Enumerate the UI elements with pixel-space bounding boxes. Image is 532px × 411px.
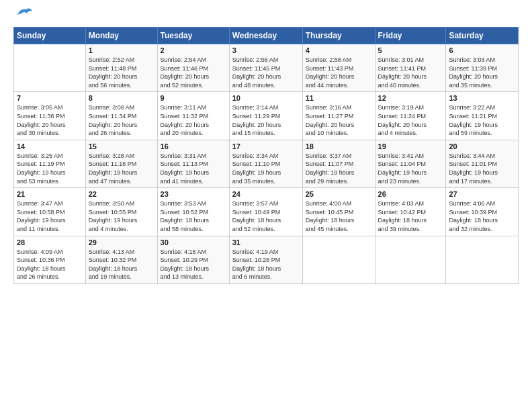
day-number: 12 bbox=[378, 94, 443, 102]
calendar-cell: 8Sunrise: 3:08 AMSunset: 11:34 PMDayligh… bbox=[85, 92, 157, 140]
calendar-cell: 22Sunrise: 3:50 AMSunset: 10:55 PMDaylig… bbox=[85, 188, 157, 236]
day-info: Sunrise: 3:57 AMSunset: 10:49 PMDaylight… bbox=[232, 199, 300, 233]
day-number: 20 bbox=[449, 142, 515, 150]
calendar-cell: 28Sunrise: 4:09 AMSunset: 10:36 PMDaylig… bbox=[14, 236, 86, 283]
day-number: 10 bbox=[232, 94, 300, 102]
day-number: 26 bbox=[378, 190, 443, 198]
calendar-cell: 11Sunrise: 3:16 AMSunset: 11:27 PMDaylig… bbox=[302, 92, 375, 140]
col-tuesday: Tuesday bbox=[157, 28, 229, 44]
day-number: 19 bbox=[378, 142, 443, 150]
day-info: Sunrise: 3:03 AMSunset: 11:39 PMDaylight… bbox=[449, 56, 515, 89]
day-number: 15 bbox=[89, 142, 154, 150]
day-info: Sunrise: 4:13 AMSunset: 10:32 PMDaylight… bbox=[89, 248, 154, 281]
day-number: 8 bbox=[89, 94, 154, 102]
calendar-cell: 5Sunrise: 3:01 AMSunset: 11:41 PMDayligh… bbox=[375, 44, 446, 92]
calendar-cell bbox=[446, 236, 519, 283]
day-number: 16 bbox=[161, 142, 226, 150]
day-info: Sunrise: 3:01 AMSunset: 11:41 PMDaylight… bbox=[378, 56, 443, 89]
day-info: Sunrise: 3:05 AMSunset: 11:36 PMDaylight… bbox=[17, 103, 83, 137]
day-number: 25 bbox=[306, 190, 372, 198]
day-number: 9 bbox=[161, 94, 226, 102]
day-number: 5 bbox=[378, 46, 443, 54]
page: Sunday Monday Tuesday Wednesday Thursday… bbox=[0, 0, 532, 291]
calendar-cell: 7Sunrise: 3:05 AMSunset: 11:36 PMDayligh… bbox=[14, 92, 86, 140]
calendar-cell: 29Sunrise: 4:13 AMSunset: 10:32 PMDaylig… bbox=[85, 236, 157, 283]
calendar-cell: 3Sunrise: 2:56 AMSunset: 11:45 PMDayligh… bbox=[229, 44, 302, 92]
day-number: 3 bbox=[232, 46, 300, 54]
day-number: 13 bbox=[449, 94, 515, 102]
calendar-cell: 4Sunrise: 2:58 AMSunset: 11:43 PMDayligh… bbox=[302, 44, 375, 92]
calendar-cell bbox=[375, 236, 446, 283]
calendar-cell: 18Sunrise: 3:37 AMSunset: 11:07 PMDaylig… bbox=[302, 140, 375, 187]
day-info: Sunrise: 2:58 AMSunset: 11:43 PMDaylight… bbox=[306, 56, 372, 89]
day-info: Sunrise: 3:19 AMSunset: 11:24 PMDaylight… bbox=[378, 103, 443, 137]
calendar-cell: 6Sunrise: 3:03 AMSunset: 11:39 PMDayligh… bbox=[446, 44, 519, 92]
calendar-cell: 25Sunrise: 4:00 AMSunset: 10:45 PMDaylig… bbox=[302, 188, 375, 236]
day-info: Sunrise: 3:31 AMSunset: 11:13 PMDaylight… bbox=[161, 152, 226, 185]
day-number: 1 bbox=[89, 46, 154, 54]
col-saturday: Saturday bbox=[446, 28, 519, 44]
calendar-cell: 9Sunrise: 3:11 AMSunset: 11:32 PMDayligh… bbox=[157, 92, 229, 140]
day-info: Sunrise: 3:53 AMSunset: 10:52 PMDaylight… bbox=[161, 199, 226, 233]
calendar-cell bbox=[302, 236, 375, 283]
calendar-cell: 27Sunrise: 4:06 AMSunset: 10:39 PMDaylig… bbox=[446, 188, 519, 236]
day-number: 21 bbox=[17, 190, 83, 198]
calendar-week-row: 7Sunrise: 3:05 AMSunset: 11:36 PMDayligh… bbox=[14, 92, 519, 140]
day-number: 18 bbox=[306, 142, 372, 150]
calendar-cell: 15Sunrise: 3:28 AMSunset: 11:16 PMDaylig… bbox=[85, 140, 157, 187]
calendar-cell: 2Sunrise: 2:54 AMSunset: 11:46 PMDayligh… bbox=[157, 44, 229, 92]
col-monday: Monday bbox=[85, 28, 157, 44]
day-number: 14 bbox=[17, 142, 83, 150]
col-thursday: Thursday bbox=[302, 28, 375, 44]
calendar-week-row: 1Sunrise: 2:52 AMSunset: 11:48 PMDayligh… bbox=[14, 44, 519, 92]
day-info: Sunrise: 4:06 AMSunset: 10:39 PMDaylight… bbox=[449, 199, 515, 233]
day-info: Sunrise: 4:03 AMSunset: 10:42 PMDaylight… bbox=[378, 199, 443, 233]
logo bbox=[13, 11, 34, 23]
calendar-cell: 19Sunrise: 3:41 AMSunset: 11:04 PMDaylig… bbox=[375, 140, 446, 187]
day-number: 23 bbox=[161, 190, 226, 198]
calendar-cell: 30Sunrise: 4:16 AMSunset: 10:29 PMDaylig… bbox=[157, 236, 229, 283]
day-number: 4 bbox=[306, 46, 372, 54]
day-info: Sunrise: 3:47 AMSunset: 10:58 PMDaylight… bbox=[17, 199, 83, 233]
header bbox=[13, 11, 519, 23]
day-info: Sunrise: 3:41 AMSunset: 11:04 PMDaylight… bbox=[378, 152, 443, 185]
calendar-cell: 17Sunrise: 3:34 AMSunset: 11:10 PMDaylig… bbox=[229, 140, 302, 187]
logo-bird-icon bbox=[15, 5, 34, 20]
calendar-cell: 1Sunrise: 2:52 AMSunset: 11:48 PMDayligh… bbox=[85, 44, 157, 92]
day-info: Sunrise: 4:00 AMSunset: 10:45 PMDaylight… bbox=[306, 199, 372, 233]
calendar-week-row: 21Sunrise: 3:47 AMSunset: 10:58 PMDaylig… bbox=[14, 188, 519, 236]
day-info: Sunrise: 4:19 AMSunset: 10:26 PMDaylight… bbox=[232, 248, 300, 281]
col-wednesday: Wednesday bbox=[229, 28, 302, 44]
day-info: Sunrise: 4:09 AMSunset: 10:36 PMDaylight… bbox=[17, 248, 83, 281]
day-info: Sunrise: 3:25 AMSunset: 11:19 PMDaylight… bbox=[17, 152, 83, 185]
day-info: Sunrise: 3:50 AMSunset: 10:55 PMDaylight… bbox=[89, 199, 154, 233]
calendar-table: Sunday Monday Tuesday Wednesday Thursday… bbox=[13, 27, 519, 284]
day-info: Sunrise: 3:22 AMSunset: 11:21 PMDaylight… bbox=[449, 103, 515, 137]
calendar-cell: 16Sunrise: 3:31 AMSunset: 11:13 PMDaylig… bbox=[157, 140, 229, 187]
day-info: Sunrise: 3:08 AMSunset: 11:34 PMDaylight… bbox=[89, 103, 154, 137]
day-number: 31 bbox=[232, 238, 300, 246]
day-info: Sunrise: 2:56 AMSunset: 11:45 PMDaylight… bbox=[232, 56, 300, 89]
day-info: Sunrise: 2:52 AMSunset: 11:48 PMDaylight… bbox=[89, 56, 154, 89]
day-info: Sunrise: 3:14 AMSunset: 11:29 PMDaylight… bbox=[232, 103, 300, 137]
calendar-cell: 26Sunrise: 4:03 AMSunset: 10:42 PMDaylig… bbox=[375, 188, 446, 236]
calendar-cell: 13Sunrise: 3:22 AMSunset: 11:21 PMDaylig… bbox=[446, 92, 519, 140]
day-number: 6 bbox=[449, 46, 515, 54]
calendar-cell: 23Sunrise: 3:53 AMSunset: 10:52 PMDaylig… bbox=[157, 188, 229, 236]
day-info: Sunrise: 3:37 AMSunset: 11:07 PMDaylight… bbox=[306, 152, 372, 185]
day-number: 27 bbox=[449, 190, 515, 198]
day-number: 11 bbox=[306, 94, 372, 102]
calendar-cell: 14Sunrise: 3:25 AMSunset: 11:19 PMDaylig… bbox=[14, 140, 86, 187]
day-info: Sunrise: 2:54 AMSunset: 11:46 PMDaylight… bbox=[161, 56, 226, 89]
calendar-cell: 10Sunrise: 3:14 AMSunset: 11:29 PMDaylig… bbox=[229, 92, 302, 140]
calendar-cell: 24Sunrise: 3:57 AMSunset: 10:49 PMDaylig… bbox=[229, 188, 302, 236]
day-number: 28 bbox=[17, 238, 83, 246]
day-number: 22 bbox=[89, 190, 154, 198]
day-info: Sunrise: 4:16 AMSunset: 10:29 PMDaylight… bbox=[161, 248, 226, 281]
calendar-cell: 12Sunrise: 3:19 AMSunset: 11:24 PMDaylig… bbox=[375, 92, 446, 140]
day-number: 29 bbox=[89, 238, 154, 246]
calendar-cell: 20Sunrise: 3:44 AMSunset: 11:01 PMDaylig… bbox=[446, 140, 519, 187]
col-sunday: Sunday bbox=[14, 28, 86, 44]
calendar-week-row: 28Sunrise: 4:09 AMSunset: 10:36 PMDaylig… bbox=[14, 236, 519, 283]
day-number: 7 bbox=[17, 94, 83, 102]
